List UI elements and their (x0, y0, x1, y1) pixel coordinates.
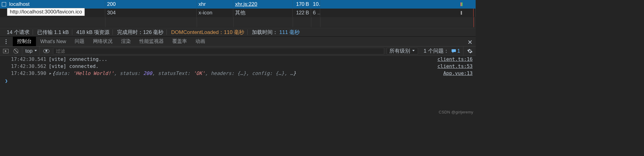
url-tooltip: http://localhost:3000/favicon.ico (7, 8, 85, 16)
cell-type: xhr (197, 0, 233, 8)
svg-point-0 (5, 39, 6, 40)
cell-size: 122 B (293, 9, 311, 17)
log-row[interactable]: 17:42:30.541 [vite] connecting... client… (0, 56, 476, 63)
gear-icon (467, 48, 473, 54)
drawer-tab-bar: 控制台 What's New 问题 网络状况 渲染 性能监视器 覆盖率 动画 ✕ (0, 37, 476, 46)
drawer-menu-button[interactable] (2, 38, 10, 45)
execution-context-select[interactable]: top (22, 46, 40, 55)
cell-name: localhost (0, 0, 105, 8)
clear-icon (13, 49, 18, 54)
toggle-sidebar-button[interactable] (2, 49, 10, 53)
network-row-selected[interactable]: localhost 200 xhr xhr.js:220 170 B 10… (0, 0, 476, 9)
live-expression-button[interactable] (42, 49, 51, 53)
status-requests: 14 个请求 (4, 29, 33, 35)
tab-whats-new[interactable]: What's New (36, 37, 70, 46)
watermark: CSDN @girljeremy (439, 110, 473, 114)
tab-console[interactable]: 控制台 (13, 37, 36, 46)
status-domcontentloaded: DOMContentLoaded： 110 毫秒 (168, 29, 248, 35)
status-resources: 418 kB 项资源 (73, 29, 113, 35)
log-message-object[interactable]: ▸{data: 'Hello World!', status: 200, sta… (49, 70, 438, 76)
play-icon (3, 49, 9, 53)
cell-size: 170 B (293, 0, 311, 8)
message-icon (451, 49, 456, 53)
log-timestamp: 17:42:30.590 (11, 70, 46, 76)
tab-animations[interactable]: 动画 (191, 37, 209, 46)
issues-button[interactable]: 1 个问题： 1 (420, 46, 463, 55)
waterfall-segment (461, 11, 462, 15)
network-empty-area (0, 17, 476, 28)
log-row[interactable]: 17:42:30.562 [vite] connected. client.ts… (0, 63, 476, 70)
tab-network-conditions[interactable]: 网络状况 (89, 37, 117, 46)
eye-icon (43, 49, 49, 53)
console-log-area: 17:42:30.541 [vite] connecting... client… (0, 56, 476, 84)
timeline-marker-red (473, 9, 474, 17)
console-filter-input[interactable] (53, 48, 385, 54)
kebab-icon (5, 39, 7, 44)
network-status-bar: 14 个请求 已传输 1.1 kB 418 kB 项资源 完成用时：126 毫秒… (0, 28, 476, 37)
network-request-table: localhost 200 xhr xhr.js:220 170 B 10… 3… (0, 0, 476, 28)
log-timestamp: 17:42:30.541 (11, 56, 46, 62)
drawer-close-button[interactable]: ✕ (467, 39, 473, 46)
log-message: [vite] connecting... (49, 56, 433, 62)
file-icon (2, 2, 6, 6)
log-source-link[interactable]: client.ts:53 (432, 63, 473, 69)
cell-waterfall (320, 9, 476, 17)
tab-issues[interactable]: 问题 (70, 37, 89, 46)
log-levels-select[interactable]: 所有级别 (387, 48, 418, 54)
initiator-link[interactable]: xhr.js:220 (235, 1, 257, 7)
log-message: [vite] connected. (49, 63, 433, 69)
chevron-down-icon (412, 50, 415, 51)
log-source-link[interactable]: App.vue:13 (438, 70, 473, 76)
cell-waterfall (320, 0, 476, 8)
issue-badge: 1 (451, 48, 460, 54)
request-name: localhost (9, 1, 30, 7)
chevron-down-icon (34, 50, 37, 51)
cell-time: 6 … (311, 9, 320, 17)
console-prompt[interactable]: ❯ (0, 77, 476, 84)
svg-point-2 (5, 43, 6, 44)
cell-initiator[interactable]: xhr.js:220 (233, 0, 293, 8)
status-transferred: 已传输 1.1 kB (34, 29, 72, 35)
status-finish: 完成用时：126 毫秒 (114, 29, 167, 35)
svg-point-1 (5, 41, 6, 42)
cell-status: 200 (105, 0, 197, 8)
expand-icon[interactable]: ▸ (49, 70, 52, 76)
log-row[interactable]: 17:42:30.590 ▸{data: 'Hello World!', sta… (0, 70, 476, 77)
clear-console-button[interactable] (12, 49, 20, 54)
tab-rendering[interactable]: 渲染 (117, 37, 135, 46)
cell-status: 304 (105, 9, 197, 17)
tab-performance-monitor[interactable]: 性能监视器 (135, 37, 168, 46)
console-settings-button[interactable] (466, 48, 474, 54)
svg-rect-3 (452, 49, 456, 52)
tab-coverage[interactable]: 覆盖率 (168, 37, 191, 46)
cell-initiator: 其他 (233, 9, 293, 17)
waterfall-segment (461, 2, 463, 6)
log-timestamp: 17:42:30.562 (11, 63, 46, 69)
console-toolbar: top 所有级别 1 个问题： 1 (0, 46, 476, 56)
status-load: 加载时间： 111 毫秒 (249, 29, 303, 35)
cell-time: 10… (311, 0, 320, 8)
cell-type: x-icon (197, 9, 233, 17)
log-source-link[interactable]: client.ts:16 (432, 56, 473, 62)
